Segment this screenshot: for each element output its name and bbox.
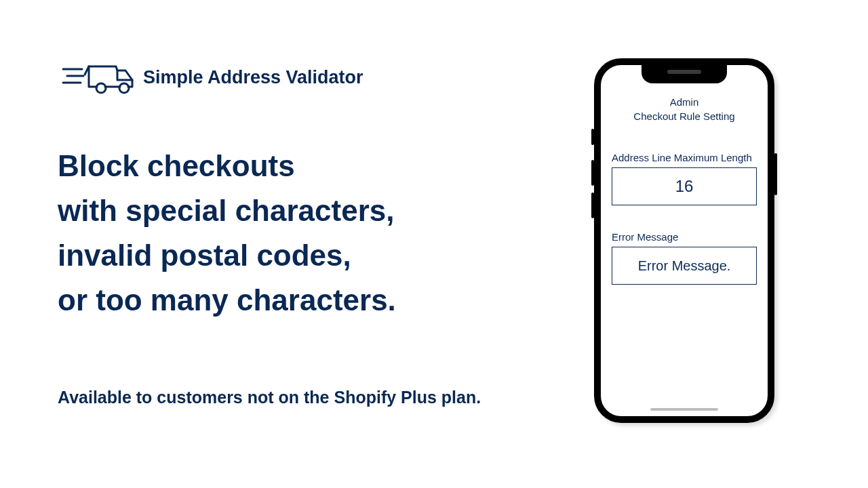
subline: Available to customers not on the Shopif… xyxy=(58,388,532,407)
svg-point-1 xyxy=(119,83,129,93)
phone-power-button xyxy=(774,153,777,195)
home-indicator xyxy=(650,408,718,411)
max-length-input[interactable]: 16 xyxy=(612,167,757,205)
app-name: Simple Address Validator xyxy=(143,67,363,88)
headline: Block checkouts with special characters,… xyxy=(58,144,532,323)
app-logo-row: Simple Address Validator xyxy=(58,60,532,95)
phone-mockup: Admin Checkout Rule Setting Address Line… xyxy=(594,58,774,423)
phone-volume-up xyxy=(591,160,594,186)
marketing-copy: Simple Address Validator Block checkouts… xyxy=(58,60,532,407)
phone-speaker xyxy=(667,70,701,74)
max-length-label: Address Line Maximum Length xyxy=(612,152,757,163)
screen-title: Admin Checkout Rule Setting xyxy=(612,95,757,123)
phone-screen: Admin Checkout Rule Setting Address Line… xyxy=(601,65,768,416)
error-message-label: Error Message xyxy=(612,231,757,243)
error-message-input[interactable]: Error Message. xyxy=(612,247,757,285)
phone-mute-switch xyxy=(591,129,594,145)
delivery-truck-icon xyxy=(58,60,138,95)
svg-point-0 xyxy=(96,83,106,93)
phone-volume-down xyxy=(591,192,594,218)
